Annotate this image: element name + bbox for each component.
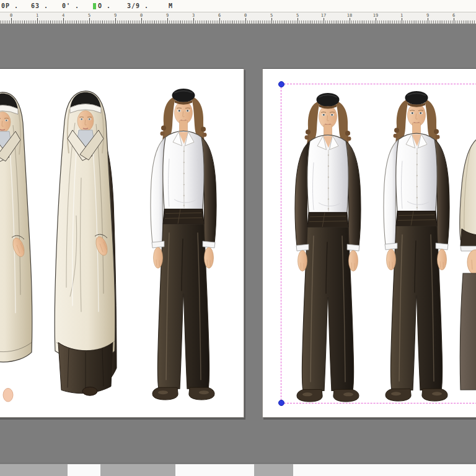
menu-bar: 0P .63 .0' .O .3/9 .M	[0, 0, 476, 12]
scrollbar-thumb[interactable]	[100, 464, 175, 476]
ruler-number: 1	[36, 13, 38, 18]
ruler-minor-tick	[363, 20, 363, 24]
ruler-minor-tick	[154, 20, 155, 24]
ruler-major-tick	[115, 18, 116, 24]
menu-item-label: 3/9 .	[127, 2, 149, 9]
ruler-number: 9	[114, 13, 117, 18]
ruler-number: 9	[166, 13, 169, 18]
app-window: 0P .63 .0' .O .3/9 .M 014590936055171819…	[0, 0, 476, 476]
ruler-number: 0	[10, 13, 12, 18]
menu-item-label: 63 .	[31, 2, 48, 9]
ruler-minor-tick	[128, 20, 129, 24]
ruler-major-tick	[219, 18, 220, 24]
ruler-minor-tick	[206, 20, 207, 24]
ruler-hatch-ticks	[0, 20, 476, 24]
ruler-minor-tick	[258, 20, 259, 24]
ruler-number: 0	[244, 13, 247, 18]
ruler-minor-tick	[24, 20, 25, 24]
ruler-minor-tick	[180, 20, 181, 24]
ruler-major-tick	[298, 18, 298, 24]
ruler-minor-tick	[232, 20, 233, 24]
ruler-minor-tick	[415, 20, 415, 24]
ruler-minor-tick	[102, 20, 103, 24]
young-man-white-sleeve[interactable]	[137, 85, 230, 405]
ruler-number: 5	[88, 13, 90, 18]
menu-item-2[interactable]: 63 .	[31, 2, 48, 10]
ruler-major-tick	[350, 18, 350, 24]
ruler-number: 19	[373, 13, 378, 18]
ruler-number: 6	[452, 13, 455, 18]
scrollbar-thumb[interactable]	[254, 464, 293, 476]
menu-item-label: M	[169, 2, 173, 9]
ruler-number: 9	[426, 13, 429, 18]
ruler-number: 0	[140, 13, 143, 18]
menu-item-3[interactable]: 0' .	[62, 2, 79, 10]
menu-item-4[interactable]: O .	[93, 2, 111, 10]
ruler-number: 1	[400, 13, 403, 18]
veiled-woman-shawl[interactable]	[39, 86, 132, 403]
green-swatch-icon	[93, 3, 96, 9]
scrollbar-thumb[interactable]	[0, 464, 68, 476]
ruler-major-tick	[402, 18, 402, 24]
ruler-major-tick	[11, 18, 12, 24]
ruler-minor-tick	[467, 20, 467, 24]
ruler-major-tick	[376, 18, 376, 24]
ruler-major-tick	[324, 18, 324, 24]
menu-item-6[interactable]: M	[169, 2, 173, 10]
menu-item-5[interactable]: 3/9 .	[127, 2, 149, 10]
ruler-major-tick	[89, 18, 90, 24]
menu-item-label: O .	[98, 2, 111, 9]
ruler-number: 3	[192, 13, 195, 18]
ruler-minor-tick	[50, 20, 51, 24]
scrollbar-track	[293, 464, 476, 476]
scrollbar-track	[175, 464, 254, 476]
menu-item-label: 0P .	[1, 2, 19, 9]
ruler-major-tick	[63, 18, 64, 24]
horizontal-ruler: 014590936055171819196	[0, 12, 476, 24]
selection-handle-bottom-left[interactable]	[278, 400, 284, 406]
ruler-minor-tick	[389, 20, 389, 24]
menu-item-label: 0' .	[62, 2, 79, 9]
ruler-major-tick	[454, 18, 454, 24]
ruler-minor-tick	[337, 20, 337, 24]
ruler-minor-tick	[311, 20, 311, 24]
ruler-number: 18	[347, 13, 352, 18]
selection-handle-top-left[interactable]	[278, 81, 284, 87]
ruler-number: 5	[296, 13, 299, 18]
ruler-major-tick	[245, 18, 246, 24]
ruler-major-tick	[167, 18, 168, 24]
ruler-minor-tick	[284, 20, 285, 24]
ruler-number: 6	[218, 13, 221, 18]
ruler-major-tick	[37, 18, 38, 24]
menu-item-1[interactable]: 0P .	[1, 2, 19, 10]
selection-marquee[interactable]	[281, 84, 476, 403]
ruler-minor-tick	[441, 20, 441, 24]
page-left[interactable]	[0, 68, 244, 418]
scrollbar-track	[68, 464, 100, 476]
ruler-major-tick	[141, 18, 142, 24]
ruler-major-tick	[271, 18, 272, 24]
ruler-number: 5	[270, 13, 273, 18]
bottom-scrollbar	[0, 463, 476, 476]
ruler-major-tick	[193, 18, 194, 24]
ruler-number: 4	[62, 13, 64, 18]
page-right[interactable]	[262, 68, 476, 418]
ruler-major-tick	[428, 18, 428, 24]
ruler-minor-tick	[76, 20, 77, 24]
ruler-number: 17	[321, 13, 326, 18]
